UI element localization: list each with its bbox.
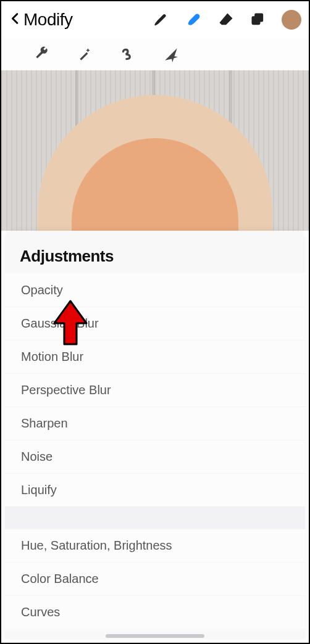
adjustment-opacity[interactable]: Opacity <box>5 273 305 307</box>
top-tools <box>153 10 301 30</box>
page-title: Modify <box>23 10 72 30</box>
adjustment-sharpen[interactable]: Sharpen <box>5 407 305 440</box>
list-item-label: Sharpen <box>21 416 68 431</box>
magic-wand-icon[interactable] <box>75 45 94 64</box>
canvas-dim-overlay <box>1 70 309 231</box>
back-chevron-icon <box>9 10 22 30</box>
adjustment-motion-blur[interactable]: Motion Blur <box>5 340 305 373</box>
adjustment-hsb[interactable]: Hue, Saturation, Brightness <box>5 529 305 562</box>
brush-tool-icon[interactable] <box>153 11 170 28</box>
list-item-label: Liquify <box>21 483 57 497</box>
back-group[interactable]: Modify <box>9 10 72 30</box>
smudge-tool-icon[interactable] <box>185 11 203 28</box>
list-item-label: Opacity <box>21 283 63 297</box>
transform-arrow-icon[interactable] <box>162 45 180 64</box>
adjustments-list: Opacity Gaussian Blur Motion Blur Perspe… <box>5 273 305 629</box>
list-item-label: Hue, Saturation, Brightness <box>21 539 172 553</box>
color-swatch[interactable] <box>282 10 301 30</box>
canvas-area[interactable] <box>1 70 309 231</box>
list-group-separator <box>5 506 305 529</box>
list-item-label: Curves <box>21 605 60 619</box>
modify-toolbar <box>1 38 309 70</box>
list-item-label: Perspective Blur <box>21 383 111 397</box>
list-item-label: Gaussian Blur <box>21 316 99 331</box>
adjustment-curves[interactable]: Curves <box>5 595 305 629</box>
list-item-label: Noise <box>21 450 52 464</box>
adjustment-noise[interactable]: Noise <box>5 440 305 473</box>
eraser-tool-icon[interactable] <box>217 11 235 28</box>
adjustment-gaussian-blur[interactable]: Gaussian Blur <box>5 307 305 340</box>
list-item-label: Motion Blur <box>21 350 83 364</box>
adjustments-panel: Adjustments Opacity Gaussian Blur Motion… <box>5 231 305 639</box>
adjustments-wrench-icon[interactable] <box>32 45 51 64</box>
panel-title: Adjustments <box>5 231 305 273</box>
list-item-label: Color Balance <box>21 572 99 586</box>
adjustment-perspective-blur[interactable]: Perspective Blur <box>5 373 305 407</box>
app-frame: Modify <box>0 0 310 644</box>
adjustment-color-balance[interactable]: Color Balance <box>5 562 305 595</box>
layers-tool-icon[interactable] <box>249 11 267 28</box>
home-indicator <box>106 634 204 638</box>
top-bar: Modify <box>1 1 309 38</box>
adjustment-liquify[interactable]: Liquify <box>5 473 305 506</box>
svg-rect-1 <box>252 16 261 25</box>
selection-icon[interactable] <box>119 45 137 64</box>
